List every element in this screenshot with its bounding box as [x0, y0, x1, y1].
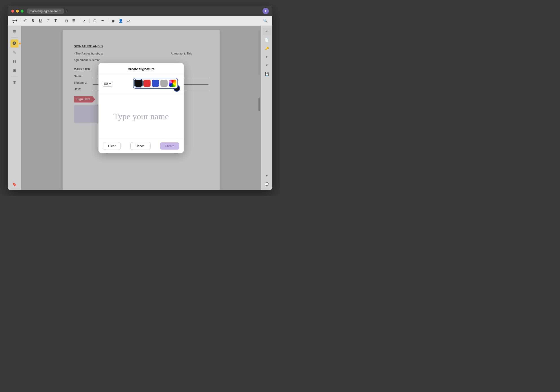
color-red[interactable] — [143, 80, 150, 87]
sidebar-notification-dot — [19, 43, 21, 44]
doc-view-button[interactable]: 📄 — [263, 36, 270, 44]
underline-button[interactable]: U — [37, 18, 44, 24]
tab-area: marketing-agreement ✏ + — [27, 9, 262, 14]
avatar[interactable]: T — [262, 8, 269, 14]
create-button[interactable]: Create — [160, 142, 179, 150]
key-doc-button[interactable]: 🔑 — [263, 45, 270, 52]
app-window: marketing-agreement ✏ + T 💬 🖊 S U T T ⊡ … — [8, 6, 272, 190]
toolbar-divider — [20, 19, 20, 23]
typewriter-button[interactable]: T — [52, 18, 59, 24]
sidebar-list-button[interactable]: ☷ — [10, 57, 18, 66]
left-sidebar: ☰ 🅐 ✎ ☷ ⊞ ◫ 🔖 — [8, 26, 21, 190]
dropdown-icon: ▾ — [109, 82, 111, 85]
color-button[interactable]: ◉ — [110, 18, 116, 24]
strikethrough-button[interactable]: S — [30, 18, 36, 24]
main-area: ☰ 🅐 ✎ ☷ ⊞ ◫ 🔖 SIGNATURE AND D - The Part… — [8, 26, 272, 190]
modal-title: Create Signature — [128, 67, 155, 71]
signature-placeholder: Type your name — [113, 111, 169, 121]
integration-button[interactable]: ✦ — [263, 172, 270, 180]
tab-label: marketing-agreement — [30, 10, 58, 13]
color-gray[interactable] — [160, 80, 168, 87]
toolbar-divider-4 — [90, 19, 90, 23]
tab-edit-icon: ✏ — [59, 10, 61, 13]
new-tab-button[interactable]: + — [66, 9, 68, 13]
textbox-button[interactable]: ⊡ — [63, 18, 70, 24]
color-rainbow[interactable] — [169, 80, 176, 87]
traffic-lights — [11, 10, 24, 13]
text-button[interactable]: T — [45, 18, 51, 24]
modal-overlay: Create Signature ⌨ ▾ — [21, 26, 261, 190]
chat-button[interactable]: 💬 — [263, 181, 270, 188]
save-button[interactable]: 💾 — [263, 70, 270, 78]
share-button[interactable]: ⬆ — [263, 53, 270, 61]
color-blue[interactable] — [152, 80, 159, 87]
modal-footer: Clear Cancel Create — [99, 139, 184, 153]
person-button[interactable]: 👤 — [117, 18, 124, 24]
title-bar: marketing-agreement ✏ + T — [8, 6, 272, 16]
cancel-button[interactable]: Cancel — [130, 142, 150, 150]
modal-toolbar: ⌨ ▾ — [99, 74, 184, 94]
modal-header: Create Signature — [99, 63, 184, 74]
sidebar-highlight-button[interactable]: 🅐 — [10, 39, 18, 48]
create-signature-modal: Create Signature ⌨ ▾ — [99, 63, 184, 153]
pen-button[interactable]: ✒ — [99, 18, 106, 24]
clear-button[interactable]: Clear — [103, 142, 121, 150]
shapes-button[interactable]: ⬡ — [91, 18, 98, 24]
minimize-button[interactable] — [16, 10, 19, 13]
content-area: SIGNATURE AND D - The Parties hereby a A… — [21, 26, 261, 190]
sidebar-bookmark-button[interactable]: 🔖 — [10, 180, 18, 188]
sidebar-layers-button[interactable]: ◫ — [10, 78, 18, 86]
maximize-button[interactable] — [21, 10, 24, 13]
toolbar-divider-3 — [79, 19, 79, 23]
color-black[interactable] — [135, 80, 142, 87]
note-button[interactable]: ☰ — [70, 18, 77, 24]
highlight-button[interactable]: 🖊 — [22, 18, 29, 24]
sidebar-panels-button[interactable]: ☰ — [10, 28, 18, 36]
sidebar-divider-2 — [11, 76, 18, 77]
active-tab[interactable]: marketing-agreement ✏ — [27, 9, 64, 14]
toolbar-divider-2 — [61, 19, 61, 23]
close-button[interactable] — [11, 10, 14, 13]
input-type-button[interactable]: ⌨ ▾ — [102, 81, 113, 87]
search-button[interactable]: 🔍 — [262, 18, 269, 24]
signature-canvas[interactable]: Type your name — [99, 94, 184, 139]
sidebar-divider-1 — [11, 38, 18, 38]
toolbar: 💬 🖊 S U T T ⊡ ☰ ∧ ⬡ ✒ ◉ 👤 🖃 🔍 — [8, 16, 272, 26]
color-palette — [133, 78, 178, 88]
sidebar-edit-button[interactable]: ✎ — [10, 49, 18, 57]
ocr-button[interactable]: ocr — [263, 28, 270, 35]
keyboard-icon: ⌨ — [104, 82, 108, 85]
stamp-button[interactable]: 🖃 — [125, 18, 132, 24]
right-sidebar: ocr 📄 🔑 ⬆ ✉ 💾 ✦ 💬 — [261, 26, 272, 190]
draw-button[interactable]: ∧ — [81, 18, 88, 24]
sidebar-export-button[interactable]: ⊞ — [10, 66, 18, 74]
comment-button[interactable]: 💬 — [11, 18, 18, 24]
mail-button[interactable]: ✉ — [263, 62, 270, 69]
